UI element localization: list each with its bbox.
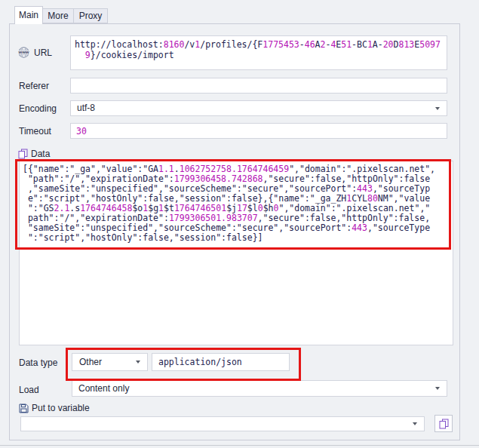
copy-pages-icon [439, 419, 449, 429]
url-label-group: www URL [17, 47, 52, 58]
load-label: Load [19, 385, 39, 395]
referer-input[interactable] [70, 78, 447, 94]
encoding-label: Encoding [19, 103, 57, 114]
url-label: URL [34, 48, 52, 58]
put-to-variable-label: Put to variable [32, 403, 90, 413]
load-value: Content only [78, 383, 129, 394]
chevron-down-icon [435, 387, 440, 390]
tab-proxy[interactable]: Proxy [73, 8, 108, 23]
data-editor[interactable]: [{"name":"_ga","value":"GA1.1.1062752758… [19, 161, 453, 345]
encoding-select[interactable]: utf-8 [70, 100, 447, 116]
put-to-variable-label-group: Put to variable [19, 403, 90, 413]
timeout-input[interactable]: 30 [70, 123, 447, 139]
tab-main[interactable]: Main [14, 6, 43, 24]
data-label-group: Data [18, 149, 50, 159]
copy-variable-button[interactable] [434, 415, 453, 432]
timeout-label: Timeout [19, 126, 51, 137]
data-type-select[interactable]: Other [72, 353, 148, 371]
data-label: Data [31, 149, 50, 159]
url-field[interactable]: http://localhost:8160/v1/profiles/{F1775… [70, 35, 447, 70]
data-type-label: Data type [19, 357, 57, 368]
content-type-input[interactable]: application/json [152, 353, 290, 371]
copy-pages-icon [18, 149, 28, 159]
request-dialog: Main More Proxy www URL http://localhost… [0, 0, 479, 448]
bottom-divider [0, 445, 479, 446]
data-type-value: Other [79, 357, 102, 367]
svg-text:www: www [17, 50, 29, 54]
globe-www-icon: www [17, 47, 31, 58]
load-select[interactable]: Content only [72, 380, 447, 397]
chevron-down-icon [435, 107, 440, 110]
tab-more[interactable]: More [42, 8, 74, 23]
encoding-value: utf-8 [77, 103, 95, 113]
save-floppy-icon [19, 404, 29, 413]
chevron-down-icon [413, 422, 417, 425]
referer-label: Referer [19, 81, 49, 91]
variable-select[interactable] [20, 416, 425, 431]
chevron-down-icon [136, 361, 140, 364]
